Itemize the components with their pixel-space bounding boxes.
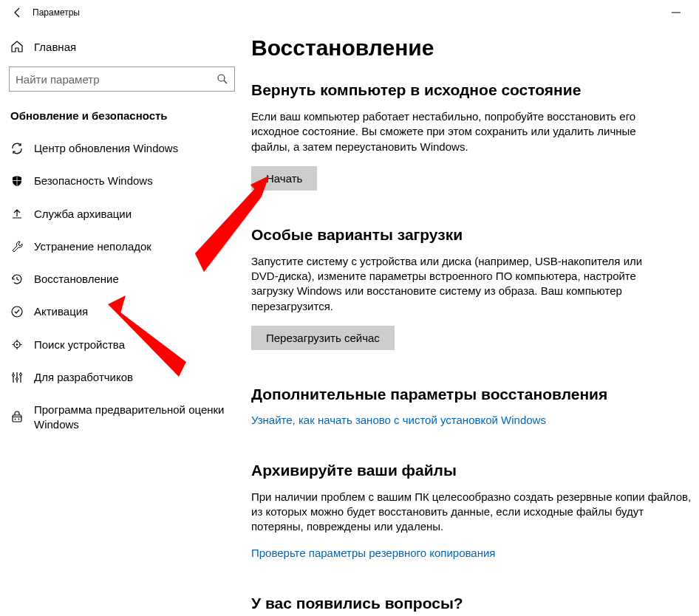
section-backup-title: Архивируйте ваши файлы	[251, 462, 692, 479]
sidebar-item-windows-security[interactable]: Безопасность Windows	[0, 165, 244, 197]
svg-point-17	[20, 373, 22, 375]
svg-rect-18	[13, 415, 21, 422]
svg-point-7	[16, 343, 18, 346]
sidebar-item-label: Программа предварительной оценки Windows	[34, 403, 233, 433]
svg-point-1	[218, 75, 225, 81]
sidebar-item-developers[interactable]: Для разработчиков	[0, 361, 244, 394]
minimize-button[interactable]	[659, 1, 693, 24]
minimize-icon	[672, 8, 681, 17]
sidebar-item-label: Служба архивации	[34, 207, 132, 222]
sidebar-item-label: Безопасность Windows	[34, 174, 153, 188]
sidebar-item-find-device[interactable]: Поиск устройства	[0, 329, 244, 361]
svg-point-15	[13, 374, 15, 376]
sidebar-item-label: Активация	[34, 304, 88, 319]
section-reset-title: Вернуть компьютер в исходное состояние	[251, 81, 692, 99]
sidebar-item-recovery[interactable]: Восстановление	[0, 263, 244, 295]
search-input[interactable]	[16, 73, 216, 86]
section-advanced-title: Особые варианты загрузки	[251, 226, 692, 244]
upload-icon	[10, 208, 24, 221]
sidebar-item-label: Для разработчиков	[34, 370, 133, 385]
svg-point-16	[16, 377, 18, 380]
category-header: Обновление и безопасность	[0, 105, 244, 132]
backup-settings-link[interactable]: Проверьте параметры резервного копирован…	[251, 547, 495, 559]
section-reset: Вернуть компьютер в исходное состояние Е…	[251, 81, 692, 191]
sidebar-item-insider[interactable]: Программа предварительной оценки Windows	[0, 394, 244, 442]
sidebar-item-windows-update[interactable]: Центр обновления Windows	[0, 132, 244, 165]
sidebar-item-label: Восстановление	[34, 272, 119, 287]
check-circle-icon	[10, 305, 24, 318]
sidebar-item-activation[interactable]: Активация	[0, 295, 244, 328]
section-advanced-text: Запустите систему с устройства или диска…	[251, 254, 665, 314]
home-icon	[10, 40, 24, 53]
titlebar: Параметры	[0, 0, 699, 25]
section-more-title: Дополнительные параметры восстановления	[251, 386, 692, 403]
svg-point-20	[18, 419, 20, 420]
sidebar: Главная Обновление и безопасность Центр …	[0, 25, 244, 616]
home-label: Главная	[34, 41, 76, 53]
svg-rect-4	[17, 176, 18, 186]
wrench-icon	[10, 240, 24, 253]
section-advanced-startup: Особые варианты загрузки Запустите систе…	[251, 226, 692, 350]
back-button[interactable]	[6, 1, 30, 24]
restart-now-button[interactable]: Перезагрузить сейчас	[251, 326, 395, 350]
sliders-icon	[10, 371, 24, 384]
svg-line-2	[224, 81, 227, 83]
box-icon	[10, 411, 24, 424]
section-backup-text: При наличии проблем с вашим ПК целесообр…	[251, 490, 692, 535]
sidebar-item-label: Центр обновления Windows	[34, 141, 178, 156]
section-more-recovery: Дополнительные параметры восстановления …	[251, 386, 692, 426]
sidebar-item-troubleshoot[interactable]: Устранение неполадок	[0, 230, 244, 263]
section-reset-text: Если ваш компьютер работает нестабильно,…	[251, 109, 665, 154]
shield-icon	[10, 174, 24, 188]
home-nav[interactable]: Главная	[0, 32, 244, 61]
location-icon	[10, 338, 24, 352]
content-area: Восстановление Вернуть компьютер в исход…	[244, 25, 699, 616]
fresh-start-link[interactable]: Узнайте, как начать заново с чистой уста…	[251, 414, 546, 426]
sidebar-item-label: Поиск устройства	[34, 338, 125, 352]
history-icon	[10, 273, 24, 286]
app-title: Параметры	[33, 7, 80, 18]
sidebar-item-backup[interactable]: Служба архивации	[0, 198, 244, 230]
section-questions: У вас появились вопросы?	[251, 595, 692, 612]
arrow-left-icon	[12, 7, 24, 18]
section-backup-files: Архивируйте ваши файлы При наличии пробл…	[251, 462, 692, 559]
search-icon	[216, 73, 228, 85]
reset-start-button[interactable]: Начать	[251, 166, 317, 191]
page-title: Восстановление	[251, 35, 692, 61]
sync-icon	[10, 142, 24, 155]
search-box[interactable]	[9, 66, 235, 92]
svg-point-19	[15, 419, 16, 420]
section-questions-title: У вас появились вопросы?	[251, 595, 692, 612]
sidebar-item-label: Устранение неполадок	[34, 239, 151, 254]
